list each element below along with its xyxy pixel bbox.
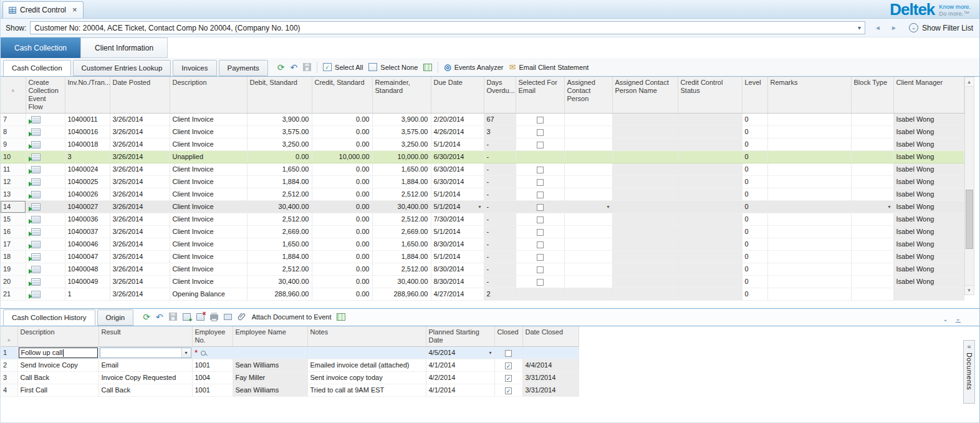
employee-no-cell[interactable]: 1004 (192, 372, 233, 384)
row-number-cell[interactable]: 8 (1, 126, 26, 139)
assigned-contact-person-cell[interactable]: ▾ (564, 201, 612, 213)
events-analyzer-button[interactable]: ◎ Events Analyzer (444, 62, 503, 72)
assigned-contact-person-name-cell[interactable] (612, 213, 678, 226)
email-checkbox[interactable] (537, 167, 544, 173)
remarks-cell[interactable] (767, 139, 851, 151)
date-posted-cell[interactable]: 3/26/2014 (110, 126, 170, 139)
collection-event-flow-icon[interactable] (31, 203, 41, 211)
client-manager-cell[interactable] (893, 288, 964, 301)
assigned-contact-person-cell[interactable] (564, 213, 612, 226)
employee-name-cell[interactable] (233, 347, 307, 359)
collection-event-flow-icon[interactable] (31, 166, 41, 173)
subtab-cash-collection-history[interactable]: Cash Collection History (3, 309, 95, 326)
email-checkbox[interactable] (537, 266, 544, 273)
closed-cell[interactable]: ✓ (494, 372, 522, 384)
remarks-cell[interactable] (767, 288, 851, 301)
create-collection-event-flow-cell[interactable] (26, 238, 65, 251)
credit-cell[interactable]: 0.00 (312, 201, 372, 213)
create-collection-event-flow-cell[interactable] (26, 126, 65, 139)
block-type-cell[interactable] (851, 238, 893, 251)
filter-combobox[interactable]: Customer No: 20004, ACE Ticket, Contact … (30, 21, 865, 34)
employee-no-cell[interactable]: 1001 (192, 359, 233, 372)
credit-cell[interactable]: 0.00 (312, 288, 372, 301)
create-collection-event-flow-cell[interactable] (26, 176, 65, 188)
credit-cell[interactable]: 0.00 (312, 163, 372, 176)
result-cell[interactable]: Invoice Copy Requested (98, 372, 192, 384)
days-overdue-cell[interactable]: - (484, 201, 516, 213)
date-posted-cell[interactable]: 3/26/2014 (110, 226, 170, 238)
collection-event-flow-icon[interactable] (31, 278, 41, 286)
column-header[interactable]: Closed (494, 326, 522, 347)
description-cell[interactable]: Client Invoice (170, 114, 247, 126)
description-cell[interactable]: Call Back (17, 372, 98, 384)
assigned-contact-person-cell[interactable] (564, 251, 612, 263)
email-checkbox[interactable] (537, 279, 544, 286)
subtab-invoices[interactable]: Invoices (173, 60, 216, 76)
debit-cell[interactable]: 1,650.00 (247, 238, 312, 251)
assigned-contact-person-cell[interactable] (564, 238, 612, 251)
row-number-cell[interactable]: 9 (1, 139, 26, 151)
inv-no-cell[interactable]: 10400048 (65, 263, 110, 276)
due-date-cell[interactable]: 5/1/2014 (431, 139, 484, 151)
email-checkbox[interactable] (537, 229, 544, 236)
remarks-cell[interactable] (767, 238, 851, 251)
collection-event-flow-icon[interactable] (31, 241, 41, 248)
date-posted-cell[interactable]: 3/26/2014 (110, 201, 170, 213)
remainder-cell[interactable]: 3,900.00 (372, 114, 431, 126)
show-filter-list-label[interactable]: Show Filter List (922, 24, 973, 32)
table-row[interactable]: 19104000483/26/2014Client Invoice2,512.0… (1, 263, 964, 276)
level-cell[interactable]: 0 (742, 213, 767, 226)
selected-for-email-cell[interactable] (516, 188, 564, 201)
assigned-contact-person-cell[interactable] (564, 114, 612, 126)
remainder-cell[interactable]: 10,000.00 (372, 151, 431, 163)
assigned-contact-person-cell[interactable] (564, 139, 612, 151)
table-row[interactable]: 12104000253/26/2014Client Invoice1,884.0… (1, 176, 964, 188)
assigned-contact-person-name-cell[interactable] (612, 288, 678, 301)
collection-event-flow-icon[interactable] (31, 253, 41, 261)
credit-cell[interactable]: 0.00 (312, 226, 372, 238)
remainder-cell[interactable]: 1,884.00 (372, 251, 431, 263)
column-header[interactable]: Credit, Standard (312, 77, 372, 114)
create-collection-event-flow-cell[interactable] (26, 288, 65, 301)
selected-for-email-cell[interactable] (516, 139, 564, 151)
date-posted-cell[interactable]: 3/26/2014 (110, 263, 170, 276)
selected-for-email-cell[interactable] (516, 114, 564, 126)
result-cell[interactable]: Call Back (98, 384, 192, 397)
column-header[interactable]: Selected For Email (516, 77, 564, 114)
row-number-cell[interactable]: 2 (1, 359, 17, 372)
scrollbar-track[interactable] (965, 87, 974, 285)
client-manager-cell[interactable]: Isabel Wong (893, 213, 964, 226)
client-manager-cell[interactable]: Isabel Wong (893, 163, 964, 176)
collection-event-flow-icon[interactable] (31, 191, 41, 198)
show-filter-list-icon[interactable]: ⌄ (909, 23, 918, 32)
assigned-contact-person-name-cell[interactable] (612, 251, 678, 263)
assigned-contact-person-cell[interactable] (564, 163, 612, 176)
selected-for-email-cell[interactable] (516, 176, 564, 188)
inv-no-cell[interactable]: 10400027 (65, 201, 110, 213)
table-row[interactable]: 3Call BackInvoice Copy Requested1004Fay … (1, 372, 579, 384)
days-overdue-cell[interactable]: - (484, 176, 516, 188)
print-icon[interactable] (210, 314, 218, 320)
date-closed-cell[interactable]: 3/31/2014 (522, 384, 579, 397)
block-type-cell[interactable] (851, 226, 893, 238)
column-header[interactable]: Date Posted (110, 77, 170, 114)
table-row[interactable]: 2113/26/2014Opening Balance288,960.000.0… (1, 288, 964, 301)
column-header[interactable]: Assigned Contact Person (564, 77, 612, 114)
days-overdue-cell[interactable]: 2 (484, 288, 516, 301)
level-cell[interactable]: 0 (742, 263, 767, 276)
client-manager-cell[interactable]: Isabel Wong (893, 276, 964, 288)
credit-control-status-cell[interactable] (678, 126, 742, 139)
table-row[interactable]: 20104000493/26/2014Client Invoice30,400.… (1, 276, 964, 288)
result-combo[interactable]: ▾ (100, 348, 191, 358)
table-row[interactable]: 1Follow up call▾*4/5/2014▾ (1, 347, 579, 359)
due-date-cell[interactable]: 5/1/2014 (431, 226, 484, 238)
column-header[interactable]: Remainder, Standard (372, 77, 431, 114)
row-number-cell[interactable]: 3 (1, 372, 17, 384)
revert-icon[interactable]: ↶ (290, 63, 297, 72)
debit-cell[interactable]: 2,669.00 (247, 226, 312, 238)
column-header[interactable]: Employee Name (233, 326, 307, 347)
remainder-cell[interactable]: 2,669.00 (372, 226, 431, 238)
credit-control-status-cell[interactable] (678, 288, 742, 301)
row-number-cell[interactable]: 4 (1, 384, 17, 397)
assigned-contact-person-name-cell[interactable] (612, 176, 678, 188)
